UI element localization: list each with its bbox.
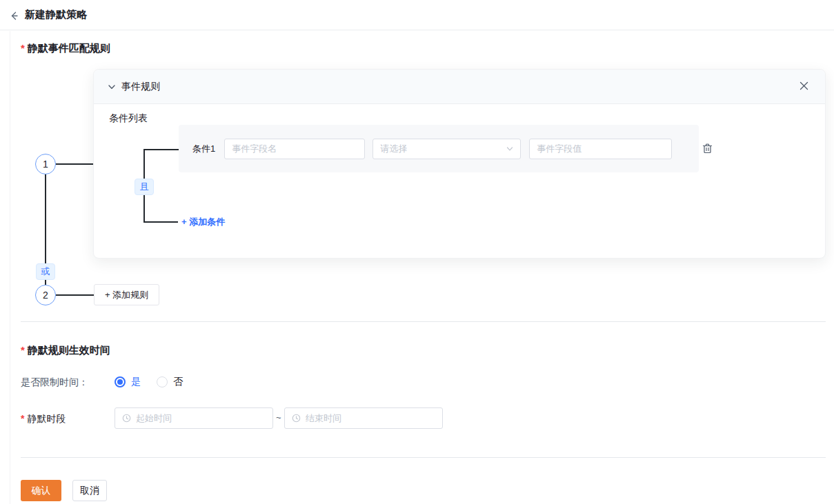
radio-yes[interactable] [115, 376, 126, 387]
add-rule-button-label: + 添加规则 [105, 289, 148, 301]
event-field-value-input[interactable] [529, 139, 672, 159]
add-rule-button[interactable]: + 添加规则 [94, 284, 159, 305]
match-rules-section-title-text: 静默事件匹配规则 [28, 42, 110, 54]
event-field-name-input[interactable] [224, 139, 365, 159]
trash-icon [702, 143, 713, 154]
event-rule-card-title: 事件规则 [121, 81, 160, 93]
close-card-button[interactable] [794, 76, 813, 95]
card-tree-bottom-line [143, 221, 178, 223]
select-chevron-down-icon [506, 145, 513, 152]
event-rule-card-header: 事件规则 [94, 70, 825, 104]
radio-yes-label[interactable]: 是 [131, 376, 141, 388]
and-logic-label: 且 [140, 181, 149, 193]
card-tree-top-line [143, 149, 181, 150]
top-header-bar: 新建静默策略 [0, 0, 834, 30]
limit-time-radio-group: 是 否 [115, 376, 183, 388]
clock-icon [292, 414, 301, 423]
operator-select-placeholder: 请选择 [380, 143, 407, 155]
page-title: 新建静默策略 [25, 8, 87, 21]
end-time-placeholder: 结束时间 [306, 412, 341, 425]
end-time-picker[interactable]: 结束时间 [284, 407, 443, 429]
close-icon [800, 81, 808, 90]
operator-select[interactable]: 请选择 [373, 139, 521, 159]
silence-period-label-text: 静默时段 [27, 413, 66, 424]
required-asterisk: * [21, 413, 24, 424]
arrow-left-icon [8, 10, 19, 21]
back-button[interactable] [6, 8, 22, 24]
limit-time-label: 是否限制时间： [21, 376, 88, 389]
new-silence-policy-page: 新建静默策略 *静默事件匹配规则 1 或 2 + 添加规则 事件规则 条件列表 [0, 0, 834, 504]
event-rule-card: 事件规则 条件列表 且 条件1 请选择 [93, 69, 826, 259]
silence-period-label: *静默时段 [21, 413, 66, 425]
required-asterisk: * [21, 344, 25, 356]
tree-rule2-connector-line [56, 294, 94, 296]
section-divider-bottom [21, 457, 826, 458]
clock-icon [122, 414, 131, 423]
radio-no-label[interactable]: 否 [173, 376, 183, 388]
cancel-button[interactable]: 取消 [72, 480, 107, 501]
rule-node-1[interactable]: 1 [35, 154, 56, 174]
effective-time-section-title-text: 静默规则生效时间 [28, 344, 110, 356]
time-range-separator: ~ [276, 412, 281, 423]
condition-list-label: 条件列表 [109, 112, 148, 125]
confirm-button[interactable]: 确认 [21, 480, 61, 501]
or-logic-label: 或 [41, 265, 50, 278]
start-time-placeholder: 起始时间 [136, 412, 172, 425]
chevron-down-icon[interactable] [108, 83, 116, 91]
add-condition-link[interactable]: + 添加条件 [181, 216, 225, 228]
rule-node-1-label: 1 [43, 159, 48, 170]
delete-condition-button[interactable] [699, 141, 715, 156]
effective-time-section-title: *静默规则生效时间 [21, 344, 110, 357]
or-logic-badge: 或 [36, 263, 55, 280]
cancel-button-label: 取消 [80, 485, 99, 497]
condition-label: 条件1 [192, 143, 215, 155]
radio-no[interactable] [157, 376, 168, 387]
rule-node-2[interactable]: 2 [35, 285, 56, 305]
confirm-button-label: 确认 [32, 485, 51, 497]
required-asterisk: * [21, 42, 25, 54]
condition-row: 条件1 请选择 [179, 125, 699, 172]
content-panel-left-border [10, 31, 10, 504]
and-logic-badge: 且 [135, 179, 154, 195]
match-rules-section-title: *静默事件匹配规则 [21, 42, 110, 55]
section-divider-top [21, 321, 826, 322]
start-time-picker[interactable]: 起始时间 [115, 407, 273, 429]
tree-rule1-connector-line [56, 163, 93, 165]
rule-node-2-label: 2 [43, 290, 48, 301]
